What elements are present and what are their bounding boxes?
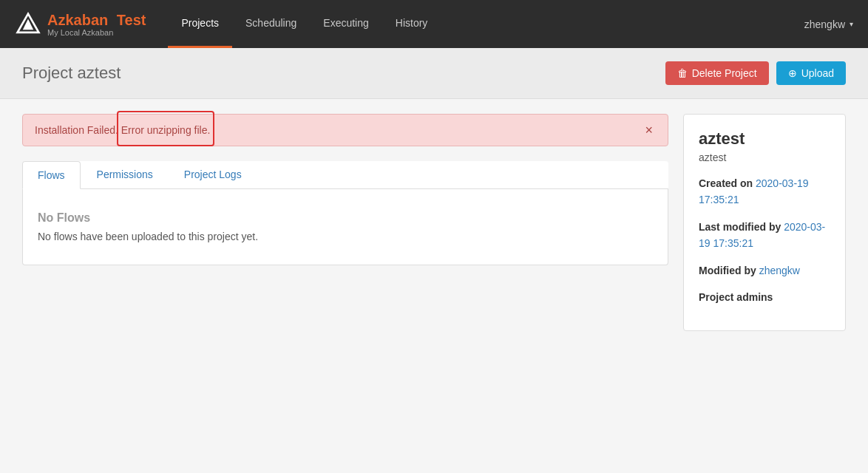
tab-permissions[interactable]: Permissions	[82, 161, 168, 189]
modified-by-label: Modified by	[699, 265, 756, 276]
no-flows-text: No flows have been uploaded to this proj…	[38, 231, 653, 242]
project-id: aztest	[699, 152, 830, 163]
project-admins-row: Project admins	[699, 289, 830, 305]
brand-logo[interactable]: Azkaban Test My Local Azkaban	[15, 11, 146, 38]
navbar: Azkaban Test My Local Azkaban Projects S…	[0, 0, 868, 48]
upload-button-label: Upload	[801, 67, 834, 79]
upload-button[interactable]: ⊕ Upload	[776, 61, 846, 85]
alert-error-text: Error unzipping file.	[121, 124, 211, 136]
user-dropdown-icon: ▾	[850, 20, 853, 28]
no-flows-title: No Flows	[38, 211, 653, 225]
nav-scheduling[interactable]: Scheduling	[232, 0, 310, 48]
main-content: Installation Failed. Error unzipping fil…	[0, 99, 868, 346]
created-on-row: Created on 2020-03-19 17:35:21	[699, 175, 830, 208]
project-admins-label: Project admins	[699, 291, 773, 303]
right-panel: aztest aztest Created on 2020-03-19 17:3…	[683, 114, 846, 331]
brand-subtitle: My Local Azkaban	[47, 28, 146, 37]
page-title: Project aztest	[22, 64, 121, 83]
trash-icon: 🗑	[677, 67, 688, 79]
tab-project-logs[interactable]: Project Logs	[169, 161, 257, 189]
left-panel: Installation Failed. Error unzipping fil…	[22, 114, 668, 331]
nav-executing[interactable]: Executing	[310, 0, 382, 48]
azkaban-logo-icon	[15, 11, 41, 38]
flow-content: No Flows No flows have been uploaded to …	[22, 189, 668, 265]
user-menu[interactable]: zhengkw ▾	[804, 18, 853, 30]
username-label: zhengkw	[804, 18, 845, 30]
alert-message: Installation Failed. Error unzipping fil…	[35, 124, 210, 136]
project-name-heading: aztest	[699, 129, 830, 149]
header-buttons: 🗑 Delete Project ⊕ Upload	[665, 61, 846, 85]
tabs-container: Flows Permissions Project Logs	[22, 161, 668, 189]
tab-flows[interactable]: Flows	[22, 161, 81, 189]
page-header: Project aztest 🗑 Delete Project ⊕ Upload	[0, 48, 868, 99]
delete-project-button[interactable]: 🗑 Delete Project	[665, 61, 769, 85]
nav-projects[interactable]: Projects	[168, 0, 232, 48]
created-on-label: Created on	[699, 177, 753, 189]
project-meta: Created on 2020-03-19 17:35:21 Last modi…	[699, 175, 830, 305]
modified-by-value: zhengkw	[759, 265, 800, 276]
alert-close-button[interactable]: ×	[642, 123, 656, 137]
brand-accent: Test	[117, 12, 146, 28]
delete-button-label: Delete Project	[692, 67, 757, 79]
nav-history[interactable]: History	[382, 0, 441, 48]
modified-by-row: Modified by zhengkw	[699, 262, 830, 279]
brand-text: Azkaban Test My Local Azkaban	[47, 12, 146, 37]
brand-name: Azkaban	[47, 12, 108, 28]
last-modified-row: Last modified by 2020-03-19 17:35:21	[699, 219, 830, 252]
last-modified-label: Last modified by	[699, 221, 781, 233]
alert-banner: Installation Failed. Error unzipping fil…	[22, 114, 668, 146]
nav-links: Projects Scheduling Executing History	[168, 0, 804, 48]
upload-icon: ⊕	[788, 67, 797, 79]
